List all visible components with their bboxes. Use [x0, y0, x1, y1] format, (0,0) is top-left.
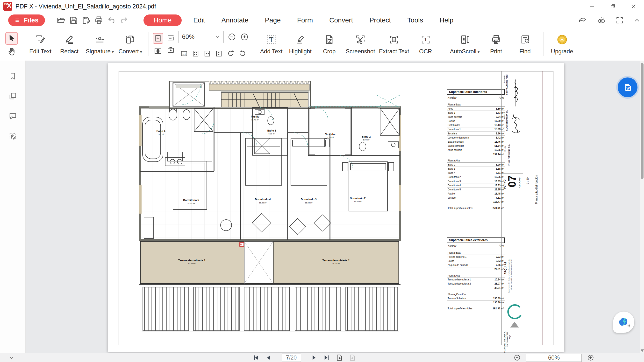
fit-width-button[interactable] [204, 50, 211, 57]
collapse-ribbon-chevron-icon[interactable] [633, 17, 640, 24]
zoom-dropdown[interactable]: 60% [178, 31, 224, 43]
highlight-button[interactable]: Highlight [286, 30, 315, 59]
convert-to-word-fab[interactable]: W [618, 77, 638, 97]
table-subtotal: 152.14 m² [447, 152, 504, 156]
collapse-sidebar-chevron[interactable] [8, 354, 15, 361]
convert-file-button[interactable]: Convert▾ [116, 30, 145, 59]
document-canvas[interactable]: Baño 47.81 m² Pasillo16.48 m² Baño 35.38… [26, 60, 644, 353]
close-button[interactable] [623, 0, 644, 12]
last-page-button[interactable] [323, 354, 330, 361]
redact-button[interactable]: Redact [55, 30, 84, 59]
edit-text-icon [35, 33, 46, 46]
tab-convert[interactable]: Convert [321, 12, 361, 28]
two-page-view-button[interactable] [154, 47, 162, 55]
hand-pan-button[interactable] [7, 47, 16, 56]
tab-annotate[interactable]: Annotate [213, 12, 256, 28]
ai-assistant-fab[interactable] [613, 312, 634, 333]
open-file-button[interactable] [55, 14, 68, 26]
svg-text:7.81 m²: 7.81 m² [158, 133, 164, 135]
previous-view-button[interactable] [336, 354, 343, 361]
fit-height-button[interactable] [215, 50, 223, 57]
redo-button[interactable] [118, 14, 130, 26]
table-subtotal: 38.61 m² [447, 286, 504, 290]
screenshot-button[interactable]: Screenshot [344, 30, 377, 59]
tab-protect[interactable]: Protect [361, 12, 399, 28]
first-page-button[interactable] [253, 354, 260, 361]
divider [50, 15, 50, 25]
print-quick-button[interactable] [92, 14, 105, 26]
rotate-cw-button[interactable] [226, 49, 235, 58]
next-page-button[interactable] [311, 354, 318, 361]
tab-tools[interactable]: Tools [399, 12, 431, 28]
svg-text:7.61 m²: 7.61 m² [327, 136, 334, 138]
table-section: Planta Baja [447, 251, 504, 255]
table-row: Dormitorio 316.83 m² [447, 179, 504, 183]
add-text-button[interactable]: T Add Text [257, 30, 286, 59]
vertical-scrollbar[interactable] [640, 60, 644, 353]
table-row: Terraza descubierta 228.07 m² [447, 282, 504, 286]
zoom-out-button[interactable] [228, 32, 236, 41]
print-button[interactable]: Print [482, 30, 511, 59]
autoscroll-button[interactable]: AutoScroll▾ [448, 30, 482, 59]
actual-size-button[interactable]: 1:1 [180, 50, 188, 57]
scrollbar-thumb[interactable] [640, 63, 644, 179]
share-icon[interactable] [578, 16, 587, 25]
select-cursor-button[interactable] [5, 32, 18, 45]
extract-text-icon [389, 33, 399, 46]
page-thumbnails-icon[interactable] [7, 90, 19, 102]
fit-page-button[interactable] [192, 50, 200, 57]
extract-text-button[interactable]: Extract Text [377, 30, 411, 59]
zoom-in-button[interactable] [240, 32, 249, 41]
read-mode-eye-icon[interactable] [597, 16, 606, 25]
statusbar-zoom-in-button[interactable] [587, 354, 594, 361]
previous-page-button[interactable] [265, 354, 272, 361]
fit-banner-button[interactable] [167, 34, 175, 42]
next-view-button[interactable] [349, 354, 356, 361]
single-page-view-button[interactable] [153, 33, 163, 44]
tab-form[interactable]: Form [289, 12, 321, 28]
crop-button[interactable]: Crop [315, 30, 344, 59]
project-line1: DE VIVIENDA UNIF. EXENTA. [504, 331, 506, 353]
svg-text:W: W [626, 86, 630, 90]
bookmarks-panel-icon[interactable] [7, 70, 19, 82]
upgrade-button[interactable]: ✶ Upgrade [548, 30, 576, 59]
find-button[interactable]: Find [511, 30, 540, 59]
svg-text:5.38 m²: 5.38 m² [268, 133, 275, 135]
stamps-panel-icon[interactable] [7, 130, 19, 142]
redact-icon [64, 33, 75, 46]
files-button[interactable]: Files [8, 14, 45, 26]
save-button[interactable] [68, 14, 80, 26]
svg-text:Dormitorio 3: Dormitorio 3 [301, 198, 316, 201]
print-icon [491, 33, 502, 46]
tab-page[interactable]: Page [257, 12, 289, 28]
tab-home[interactable]: Home [144, 14, 182, 26]
statusbar-zoom-out-button[interactable] [514, 354, 521, 361]
fullscreen-icon[interactable] [616, 16, 624, 24]
ocr-button[interactable]: T OCR [411, 30, 440, 59]
hamburger-icon [14, 17, 21, 23]
screenshot-scissors-icon [355, 33, 366, 46]
pdf-page: Baño 47.81 m² Pasillo16.48 m² Baño 35.38… [108, 63, 564, 352]
snapshot-box-button[interactable] [167, 46, 175, 54]
tab-edit[interactable]: Edit [185, 12, 213, 28]
divider [148, 32, 149, 56]
rotate-ccw-button[interactable] [239, 49, 247, 58]
maximize-button[interactable] [602, 0, 623, 12]
svg-text:25.55 m²: 25.55 m² [187, 202, 195, 205]
scrollbar-down-arrow[interactable] [640, 350, 644, 352]
edit-text-button[interactable]: Edit Text [26, 30, 55, 59]
divider [22, 32, 22, 56]
signature-button[interactable]: Signature▾ [84, 30, 116, 59]
save-as-button[interactable] [80, 14, 92, 26]
svg-text:16.33 m²: 16.33 m² [259, 202, 267, 204]
workspace: Baño 47.81 m² Pasillo16.48 m² Baño 35.38… [0, 60, 644, 353]
comments-panel-icon[interactable] [7, 110, 19, 122]
tab-help[interactable]: Help [431, 12, 462, 28]
menubar: Files Home Edit Annotate Page Form Conve… [0, 12, 644, 28]
minimize-button[interactable] [582, 0, 602, 12]
cliente-value: Fresa Patrimonial S.L. [508, 144, 510, 166]
undo-button[interactable] [105, 14, 118, 26]
page-number-input[interactable]: 7/20 [282, 354, 301, 362]
table-row: Dormitorio 416.33 m² [447, 183, 504, 188]
statusbar-zoom-value[interactable]: 60% [526, 354, 582, 362]
